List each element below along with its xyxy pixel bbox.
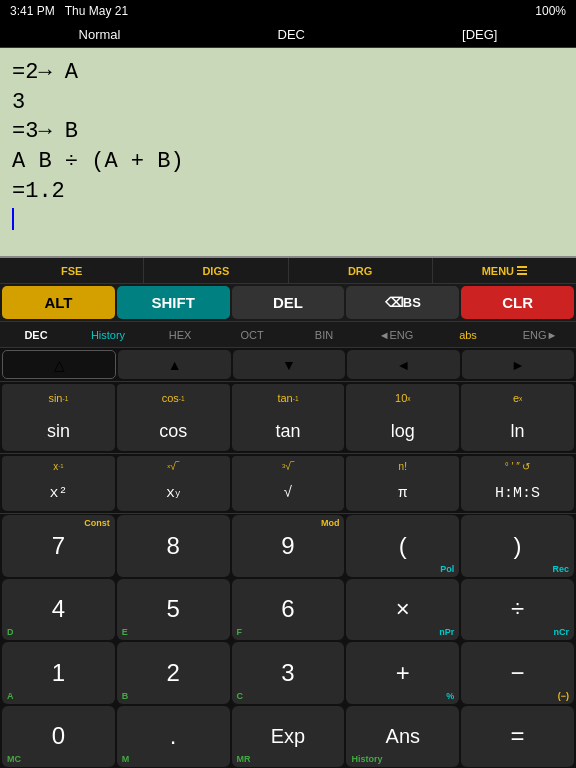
key-equals-label: = [511, 722, 525, 750]
arrow-right[interactable]: ► [462, 350, 574, 379]
key-7[interactable]: 7 Const [2, 515, 115, 577]
cube-root-top[interactable]: 3√‾ [232, 456, 345, 476]
key-multiply[interactable]: × nPr [346, 579, 459, 641]
hms-button[interactable]: H:M:S [461, 476, 574, 511]
key-8[interactable]: 8 [117, 515, 230, 577]
log-button[interactable]: log [346, 412, 459, 451]
dec-mode-button[interactable]: DEC [0, 329, 72, 341]
bs-button[interactable]: ⌫BS [346, 286, 459, 319]
mode-normal[interactable]: Normal [79, 27, 121, 42]
abs-button[interactable]: abs [432, 329, 504, 341]
mode-dec[interactable]: DEC [278, 27, 305, 42]
key-0-label: 0 [52, 722, 65, 750]
pi-button[interactable]: π [346, 476, 459, 511]
key-1-label: 1 [52, 659, 65, 687]
key-1-sub: A [7, 691, 14, 701]
key-6-sub: F [237, 627, 243, 637]
cos-button[interactable]: cos [117, 412, 230, 451]
display-line-4: A B ÷ (A + B) [12, 147, 564, 177]
text-cursor [12, 208, 14, 230]
key-divide[interactable]: ÷ nCr [461, 579, 574, 641]
key-4[interactable]: 4 D [2, 579, 115, 641]
key-5[interactable]: 5 E [117, 579, 230, 641]
oct-mode-button[interactable]: OCT [216, 329, 288, 341]
sin-button[interactable]: sin [2, 412, 115, 451]
history-button[interactable]: History [72, 329, 144, 341]
bin-mode-button[interactable]: BIN [288, 329, 360, 341]
display-line-1: =2→ A [12, 58, 564, 88]
eng-left-button[interactable]: ◄ENG [360, 329, 432, 341]
numrow-123: 1 A 2 B 3 C + % − (−) [0, 641, 576, 705]
key-6-label: 6 [281, 595, 294, 623]
key-close-paren-sub: Rec [552, 564, 569, 574]
calc-body: FSE DIGS DRG MENU ALT SHIFT DEL ⌫BS CLR … [0, 258, 576, 768]
key-open-paren[interactable]: ( Pol [346, 515, 459, 577]
key-exp[interactable]: Exp MR [232, 706, 345, 768]
display: =2→ A 3 =3→ B A B ÷ (A + B) =1.2 [0, 48, 576, 258]
key-open-paren-sub: Pol [440, 564, 454, 574]
mode-deg[interactable]: [DEG] [462, 27, 497, 42]
mode-bar: Normal DEC [DEG] [0, 22, 576, 48]
key-ans[interactable]: Ans History [346, 706, 459, 768]
display-line-5: =1.2 [12, 177, 564, 207]
eng-right-button[interactable]: ENG► [504, 329, 576, 341]
factorial-top[interactable]: n! [346, 456, 459, 476]
key-open-paren-label: ( [399, 532, 407, 560]
key-minus[interactable]: − (−) [461, 642, 574, 704]
arrow-up-outline[interactable]: △ [2, 350, 116, 379]
numrow-789: 7 Const 8 9 Mod ( Pol ) Rec [0, 514, 576, 578]
key-9[interactable]: 9 Mod [232, 515, 345, 577]
key-9-super: Mod [321, 518, 340, 528]
sqrt-button[interactable]: √ [232, 476, 345, 511]
arrow-down[interactable]: ▼ [233, 350, 345, 379]
key-equals[interactable]: = [461, 706, 574, 768]
xops-row: x² xy √ π H:M:S [0, 476, 576, 514]
alt-button[interactable]: ALT [2, 286, 115, 319]
dms-top[interactable]: ° ′ ″ ↺ [461, 456, 574, 476]
key-3-sub: C [237, 691, 244, 701]
display-line-2: 3 [12, 88, 564, 118]
fse-button[interactable]: FSE [0, 258, 144, 283]
tan-button[interactable]: tan [232, 412, 345, 451]
key-close-paren-label: ) [514, 532, 522, 560]
key-6[interactable]: 6 F [232, 579, 345, 641]
del-button[interactable]: DEL [232, 286, 345, 319]
status-date: Thu May 21 [65, 4, 128, 18]
x-y-button[interactable]: xy [117, 476, 230, 511]
key-minus-sub: (−) [558, 691, 569, 701]
x-squared-button[interactable]: x² [2, 476, 115, 511]
key-ans-sub: History [351, 754, 382, 764]
key-dot[interactable]: . M [117, 706, 230, 768]
shift-button[interactable]: SHIFT [117, 286, 230, 319]
menu-button[interactable]: MENU [433, 258, 576, 283]
menu-icon [517, 266, 527, 275]
ln-button[interactable]: ln [461, 412, 574, 451]
x-root-top[interactable]: x√‾ [117, 456, 230, 476]
key-9-label: 9 [281, 532, 294, 560]
drg-button[interactable]: DRG [289, 258, 433, 283]
trig-row: sin cos tan log ln [0, 412, 576, 454]
x-inv-top[interactable]: x-1 [2, 456, 115, 476]
sin-inv-button[interactable]: sin-1 [2, 384, 115, 412]
key-4-label: 4 [52, 595, 65, 623]
key-3[interactable]: 3 C [232, 642, 345, 704]
digs-button[interactable]: DIGS [144, 258, 288, 283]
numrow-456: 4 D 5 E 6 F × nPr ÷ nCr [0, 578, 576, 642]
e-x-button[interactable]: ex [461, 384, 574, 412]
cos-inv-button[interactable]: cos-1 [117, 384, 230, 412]
key-plus[interactable]: + % [346, 642, 459, 704]
ten-x-button[interactable]: 10x [346, 384, 459, 412]
hex-mode-button[interactable]: HEX [144, 329, 216, 341]
arrow-left[interactable]: ◄ [347, 350, 459, 379]
key-close-paren[interactable]: ) Rec [461, 515, 574, 577]
bs-icon: ⌫ [385, 295, 403, 310]
key-2[interactable]: 2 B [117, 642, 230, 704]
clr-button[interactable]: CLR [461, 286, 574, 319]
tan-inv-button[interactable]: tan-1 [232, 384, 345, 412]
arrow-up-filled[interactable]: ▲ [118, 350, 230, 379]
status-time: 3:41 PM [10, 4, 55, 18]
numrow-0exp: 0 MC . M Exp MR Ans History = [0, 705, 576, 769]
key-0[interactable]: 0 MC [2, 706, 115, 768]
top-function-row: FSE DIGS DRG MENU [0, 258, 576, 284]
key-1[interactable]: 1 A [2, 642, 115, 704]
